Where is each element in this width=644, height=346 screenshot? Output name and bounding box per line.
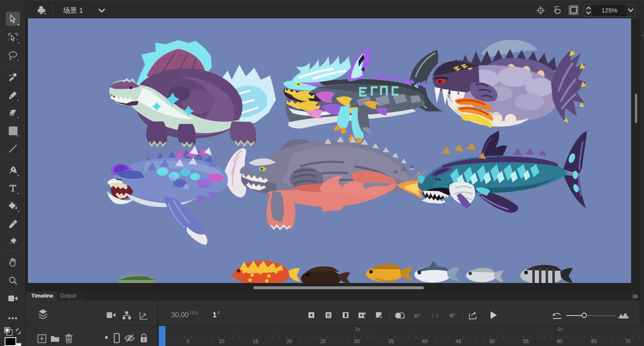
svg-text:A: A — [363, 311, 366, 316]
